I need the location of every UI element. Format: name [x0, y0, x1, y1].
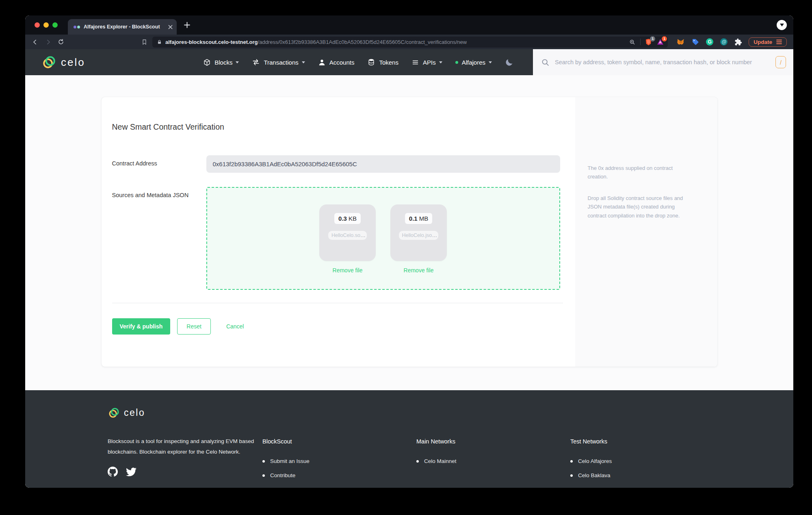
uploaded-file: 0.1MB HelloCelo.jso... Remove file [390, 204, 447, 289]
dark-mode-toggle[interactable] [505, 58, 513, 67]
zoom-page-icon[interactable] [629, 39, 635, 45]
transactions-icon [252, 58, 260, 66]
sources-row: Sources and Metadata JSON 0.3KB HelloCel… [112, 187, 575, 290]
help-sidebar: The 0x address supplied on contract crea… [575, 97, 717, 367]
sources-help-text: Drop all Solidity contract source files … [588, 194, 693, 220]
verify-publish-button[interactable]: Verify & publish [112, 318, 171, 335]
new-tab-button[interactable] [184, 22, 190, 28]
forward-button[interactable] [45, 39, 52, 46]
moon-icon [505, 58, 513, 67]
accounts-icon [318, 59, 326, 66]
back-button[interactable] [32, 39, 39, 46]
search-panel: / [533, 49, 793, 75]
search-input[interactable] [555, 59, 770, 65]
minimize-window-button[interactable] [43, 22, 49, 28]
github-icon[interactable] [108, 467, 118, 478]
nav-apis[interactable]: APIs [411, 59, 442, 66]
nav-blocks[interactable]: Blocks [203, 59, 239, 66]
verification-form: New Smart Contract Verification Contract… [102, 97, 575, 367]
blocks-icon [203, 59, 211, 66]
close-tab-icon[interactable] [168, 25, 173, 29]
blockscout-favicon-icon [74, 26, 80, 28]
site-navbar: celo Blocks Transactions Accounts Tokens [25, 49, 793, 75]
sources-label: Sources and Metadata JSON [112, 187, 206, 290]
form-divider [112, 303, 563, 303]
bullet-icon [416, 460, 419, 463]
footer-link-chat[interactable]: Chat [262, 486, 416, 488]
footer-column-title: BlockScout [262, 438, 416, 445]
url-text: alfajores-blockscout.celo-testnet.org/ad… [165, 39, 467, 45]
brave-shield-icon[interactable]: 1 [645, 38, 652, 46]
menu-icon [776, 39, 782, 44]
remove-file-link[interactable]: Remove file [333, 267, 363, 274]
address-bar[interactable]: alfajores-blockscout.celo-testnet.org/ad… [152, 37, 668, 48]
divider [640, 39, 641, 45]
file-name: HelloCelo.so... [328, 231, 367, 240]
at-extension-icon[interactable] [720, 38, 728, 46]
file-card[interactable]: 0.3KB HelloCelo.so... [319, 204, 376, 261]
extensions-puzzle-icon[interactable] [734, 38, 742, 46]
browser-toolbar: alfajores-blockscout.celo-testnet.org/ad… [25, 35, 793, 49]
footer-link-celo-mainnet[interactable]: Celo Mainnet [416, 457, 570, 465]
file-size: 0.3KB [334, 213, 361, 224]
footer-link-submit-issue[interactable]: Submit an Issue [262, 457, 416, 465]
address-help-text: The 0x address supplied on contract crea… [588, 164, 693, 181]
grammarly-icon[interactable] [706, 38, 713, 46]
rewards-badge: 1 [662, 36, 667, 41]
form-actions: Verify & publish Reset Cancel [112, 318, 575, 335]
page-content: New Smart Contract Verification Contract… [25, 75, 793, 390]
tokens-icon [367, 58, 375, 66]
network-status-dot [455, 61, 458, 64]
nav-network-selector[interactable]: Alfajores [455, 59, 492, 66]
footer-link-celo-baklava[interactable]: Celo Baklava [570, 472, 724, 479]
nav-accounts[interactable]: Accounts [318, 59, 355, 66]
reload-button[interactable] [58, 39, 64, 45]
tab-search-button[interactable] [777, 20, 787, 30]
brand-wordmark: celo [61, 56, 85, 69]
reset-button[interactable]: Reset [177, 318, 211, 335]
tag-extension-icon[interactable] [692, 38, 699, 46]
footer-link-contribute[interactable]: Contribute [262, 472, 416, 479]
chevron-down-icon [236, 61, 239, 63]
celo-brand[interactable]: celo [41, 54, 85, 70]
contract-address-input[interactable] [206, 155, 560, 173]
update-browser-button[interactable]: Update [749, 37, 787, 47]
bullet-icon [570, 460, 573, 463]
brave-rewards-icon[interactable]: 1 [656, 38, 664, 46]
file-dropzone[interactable]: 0.3KB HelloCelo.so... Remove file 0.1MB … [206, 187, 560, 290]
nav-transactions[interactable]: Transactions [252, 58, 305, 66]
metamask-icon[interactable] [677, 38, 685, 46]
search-shortcut-badge: / [775, 56, 786, 68]
nav-tokens[interactable]: Tokens [367, 58, 398, 66]
remove-file-link[interactable]: Remove file [404, 267, 434, 274]
bullet-icon [262, 460, 265, 463]
search-icon [541, 58, 550, 67]
file-card[interactable]: 0.1MB HelloCelo.jso... [390, 204, 447, 261]
bullet-icon [262, 474, 265, 477]
celo-logo [108, 406, 120, 419]
footer-main-networks-column: Main Networks Celo Mainnet [416, 406, 570, 488]
maximize-window-button[interactable] [52, 22, 58, 28]
footer-blockscout-column: BlockScout Submit an Issue Contribute Ch… [262, 406, 416, 488]
file-size: 0.1MB [405, 213, 432, 224]
footer-celo-brand[interactable]: celo [108, 406, 262, 419]
chevron-down-icon [780, 24, 784, 26]
main-menu: Blocks Transactions Accounts Tokens APIs [203, 58, 522, 67]
footer-link-celo-alfajores[interactable]: Celo Alfajores [570, 457, 724, 465]
browser-tab[interactable]: Alfajores Explorer - BlockScout [68, 19, 177, 35]
twitter-icon[interactable] [126, 467, 136, 479]
verification-card: New Smart Contract Verification Contract… [102, 97, 717, 367]
chevron-down-icon [489, 61, 492, 63]
footer-column-title: Test Networks [570, 438, 724, 445]
footer-social-links [108, 467, 262, 479]
bookmark-icon[interactable] [141, 39, 147, 45]
footer-brand-column: celo Blockscout is a tool for inspecting… [108, 406, 262, 488]
cancel-link[interactable]: Cancel [226, 323, 244, 330]
footer-description: Blockscout is a tool for inspecting and … [108, 436, 259, 458]
browser-window: Alfajores Explorer - BlockScout alfaj [25, 15, 793, 488]
footer-brand-wordmark: celo [124, 407, 145, 418]
tab-strip: Alfajores Explorer - BlockScout [25, 15, 793, 35]
window-controls [35, 22, 58, 28]
bullet-icon [570, 474, 573, 477]
close-window-button[interactable] [35, 22, 40, 28]
